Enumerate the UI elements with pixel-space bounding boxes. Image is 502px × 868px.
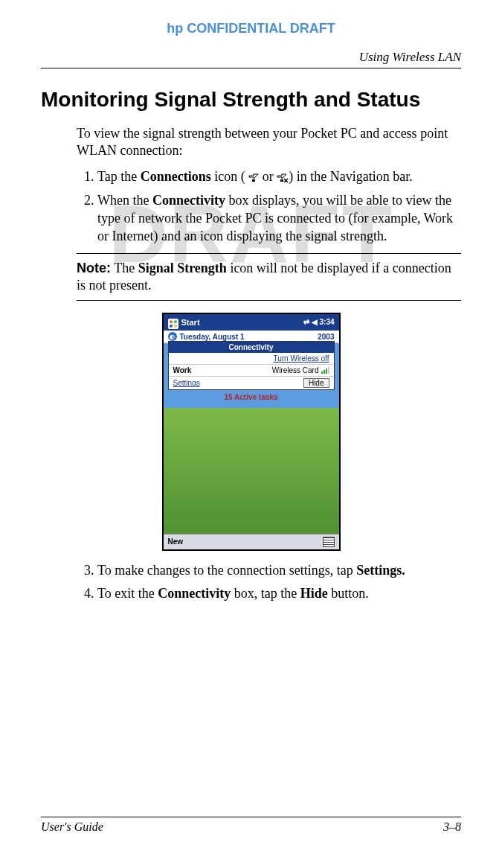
step-4: To exit the Connectivity box, tap the Hi… [97, 584, 461, 602]
clock: ⇄ ◀ 3:34 [303, 314, 335, 331]
step-text: button. [328, 586, 369, 601]
svg-rect-1 [280, 179, 283, 182]
step-text: Tap the [97, 169, 141, 184]
chapter-title: Using Wireless LAN [41, 50, 461, 68]
note-label: Note: [77, 261, 111, 275]
popup-title: Connectivity [169, 342, 334, 353]
step-bold: Connectivity [152, 193, 225, 208]
step-text: icon ( [211, 169, 248, 184]
footer-right: 3–8 [443, 820, 461, 834]
network-row: Work Wireless Card [169, 365, 334, 377]
steps-list: Tap the Connections icon ( or ) in the N… [77, 167, 461, 246]
active-tasks-row: 15 Active tasks [168, 392, 335, 403]
settings-link[interactable]: Settings [173, 379, 200, 387]
signal-icon [248, 169, 259, 187]
step-text: When the [97, 193, 152, 208]
new-button[interactable]: New [168, 534, 184, 549]
step-2: When the Connectivity box displays, you … [97, 191, 461, 246]
step-bold: Connections [141, 169, 211, 184]
pocketpc-screenshot: Start ⇄ ◀ 3:34 ◐ Tuesday, August 1 2003 … [162, 313, 341, 551]
titlebar: Start ⇄ ◀ 3:34 [164, 314, 339, 331]
step-text: or [259, 169, 277, 184]
network-name: Work [173, 366, 192, 374]
step-text: ) in the Navigation bar. [289, 169, 412, 184]
page-footer: User's Guide 3–8 [41, 817, 461, 834]
footer-left: User's Guide [41, 820, 103, 834]
card-name: Wireless Card [272, 366, 319, 374]
step-bold: Hide [300, 586, 328, 601]
signal-bars-icon [321, 367, 329, 374]
hide-button[interactable]: Hide [303, 378, 329, 388]
steps-list-continued: To make changes to the connection settin… [77, 561, 461, 602]
intro-paragraph: To view the signal strength between your… [77, 125, 461, 160]
step-bold: Connectivity [158, 586, 231, 601]
start-label: Start [181, 318, 200, 327]
step-text: To exit the [97, 586, 158, 601]
taskbar: New [164, 534, 339, 549]
windows-flag-icon [168, 319, 178, 329]
date-circle-icon: ◐ [168, 332, 177, 341]
note-block: Note: The Signal Strength icon will not … [77, 253, 461, 301]
step-bold: Settings. [356, 563, 405, 578]
step-3: To make changes to the connection settin… [97, 561, 461, 579]
note-text: The [111, 261, 138, 275]
signal-x-icon [277, 169, 289, 187]
note-bold: Signal Strength [138, 261, 227, 275]
confidential-header: hp CONFIDENTIAL DRAFT [41, 21, 461, 36]
svg-rect-0 [252, 179, 255, 182]
connectivity-popup: Connectivity Turn Wireless off Work Wire… [168, 341, 335, 390]
date-text: Tuesday, August 1 [180, 333, 245, 341]
screenshot-container: Start ⇄ ◀ 3:34 ◐ Tuesday, August 1 2003 … [41, 313, 461, 554]
step-text: box, tap the [231, 586, 300, 601]
popup-footer: Settings Hide [169, 377, 334, 389]
section-heading: Monitoring Signal Strength and Status [41, 88, 461, 112]
step-1: Tap the Connections icon ( or ) in the N… [97, 167, 461, 187]
sip-icon[interactable] [323, 537, 335, 547]
year-text: 2003 [318, 333, 334, 341]
turn-wireless-off-link[interactable]: Turn Wireless off [169, 353, 334, 365]
step-text: To make changes to the connection settin… [97, 563, 356, 578]
